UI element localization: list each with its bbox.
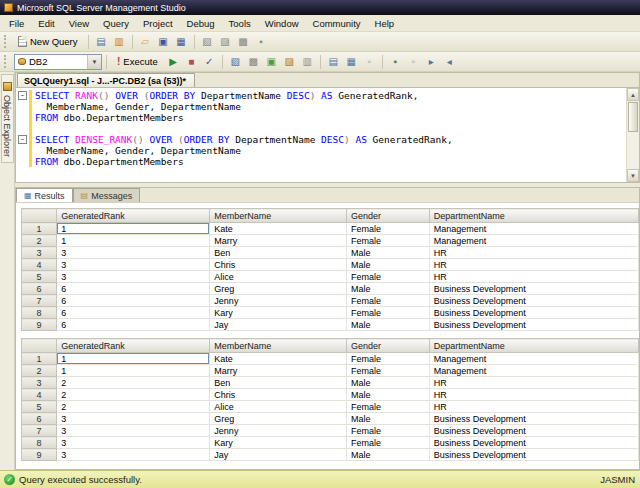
grid-cell[interactable]: Male (347, 283, 430, 295)
grid-cell[interactable]: 6 (57, 307, 210, 319)
select-all-corner[interactable] (22, 339, 57, 353)
grid-cell[interactable]: Business Development (429, 425, 638, 437)
menu-item-view[interactable]: View (62, 16, 96, 31)
select-all-corner[interactable] (22, 209, 57, 223)
indent-icon[interactable]: ▸ (423, 54, 440, 70)
code-line[interactable]: FROM dbo.DepartmentMembers (16, 112, 626, 123)
grid-cell[interactable]: Male (347, 259, 430, 271)
menu-item-project[interactable]: Project (136, 16, 180, 31)
code-line[interactable] (16, 123, 626, 134)
scroll-up-icon[interactable]: ▲ (627, 88, 639, 101)
grid-cell[interactable]: 3 (57, 425, 210, 437)
comment-selection-icon[interactable]: ▪ (387, 54, 404, 70)
grid-cell[interactable]: 6 (57, 283, 210, 295)
outdent-icon[interactable]: ◂ (441, 54, 458, 70)
grid-cell[interactable]: Male (347, 247, 430, 259)
grid-cell[interactable]: Alice (210, 271, 347, 283)
grid-cell[interactable]: Kate (210, 353, 347, 365)
database-combobox[interactable]: DB2 ▼ (14, 54, 102, 70)
row-header[interactable]: 5 (22, 271, 57, 283)
grid-cell[interactable]: 1 (57, 365, 210, 377)
grid-cell[interactable]: Male (347, 389, 430, 401)
query-options-icon[interactable]: ▩ (245, 54, 262, 70)
row-header[interactable]: 1 (22, 353, 57, 365)
grid-cell[interactable]: 1 (57, 353, 210, 365)
row-header[interactable]: 8 (22, 437, 57, 449)
scrollbar-track[interactable] (627, 101, 639, 169)
grid-cell[interactable]: 2 (57, 389, 210, 401)
collapse-toggle[interactable]: - (16, 90, 29, 101)
chevron-down-icon[interactable]: ▼ (87, 55, 101, 69)
grid-cell[interactable]: Jenny (210, 295, 347, 307)
grid-cell[interactable]: Alice (210, 401, 347, 413)
grid-cell[interactable]: Management (429, 223, 638, 235)
code-line[interactable]: -SELECT DENSE_RANK() OVER (ORDER BY Depa… (16, 134, 626, 145)
row-header[interactable]: 7 (22, 295, 57, 307)
scrollbar-thumb[interactable] (628, 102, 638, 132)
menu-item-community[interactable]: Community (306, 16, 368, 31)
object-explorer-tab[interactable]: Object Explorer (1, 74, 14, 163)
grid-cell[interactable]: Chris (210, 259, 347, 271)
analysis-services-query-icon[interactable]: ▥ (111, 34, 128, 50)
column-header-membername[interactable]: MemberName (210, 339, 347, 353)
grid-cell[interactable]: Business Development (429, 295, 638, 307)
grid-cell[interactable]: Jenny (210, 425, 347, 437)
grid-cell[interactable]: Female (347, 235, 430, 247)
column-header-gender[interactable]: Gender (347, 339, 430, 353)
row-header[interactable]: 4 (22, 389, 57, 401)
code-line[interactable]: -SELECT RANK() OVER (ORDER BY Department… (16, 90, 626, 101)
code-line[interactable]: MemberName, Gender, DepartmentName (16, 145, 626, 156)
grid-cell[interactable]: Ben (210, 377, 347, 389)
menu-item-help[interactable]: Help (368, 16, 402, 31)
row-header[interactable]: 8 (22, 307, 57, 319)
grid-cell[interactable]: Marry (210, 235, 347, 247)
grid-cell[interactable]: Female (347, 365, 430, 377)
properties-window-icon[interactable]: ▪ (253, 34, 270, 50)
grid-cell[interactable]: HR (429, 271, 638, 283)
grid-cell[interactable]: HR (429, 377, 638, 389)
grid-cell[interactable]: Business Development (429, 449, 638, 461)
grid-cell[interactable]: Chris (210, 389, 347, 401)
grid-cell[interactable]: Female (347, 271, 430, 283)
uncomment-selection-icon[interactable]: ▫ (405, 54, 422, 70)
grid-cell[interactable]: Business Development (429, 307, 638, 319)
row-header[interactable]: 1 (22, 223, 57, 235)
execute-button[interactable]: ! Execute (111, 54, 164, 69)
grid-cell[interactable]: 1 (57, 223, 210, 235)
grid-cell[interactable]: Ben (210, 247, 347, 259)
menu-item-query[interactable]: Query (96, 16, 136, 31)
new-query-button[interactable]: New Query (12, 34, 84, 49)
grid-cell[interactable]: Male (347, 413, 430, 425)
code-editor[interactable]: -SELECT RANK() OVER (ORDER BY Department… (16, 88, 626, 182)
row-header[interactable]: 2 (22, 365, 57, 377)
intellisense-icon[interactable]: ▣ (263, 54, 280, 70)
row-header[interactable]: 4 (22, 259, 57, 271)
row-header[interactable]: 9 (22, 449, 57, 461)
grid-cell[interactable]: Marry (210, 365, 347, 377)
tab-results[interactable]: ▦ Results (16, 188, 73, 202)
save-all-icon[interactable]: ▦ (173, 34, 190, 50)
grid-cell[interactable]: Management (429, 235, 638, 247)
menu-item-tools[interactable]: Tools (222, 16, 258, 31)
grid-cell[interactable]: HR (429, 401, 638, 413)
registered-servers-icon[interactable]: ▧ (199, 34, 216, 50)
cancel-query-icon[interactable]: ■ (183, 54, 200, 70)
template-explorer-icon[interactable]: ▩ (235, 34, 252, 50)
grid-cell[interactable]: Business Development (429, 283, 638, 295)
object-explorer-panel-icon[interactable]: ▨ (217, 34, 234, 50)
grid-cell[interactable]: Jay (210, 319, 347, 331)
grid-cell[interactable]: Greg (210, 413, 347, 425)
grid-cell[interactable]: Kary (210, 307, 347, 319)
scroll-down-icon[interactable]: ▼ (627, 169, 639, 182)
collapse-minus-icon[interactable]: - (18, 135, 27, 144)
grid-cell[interactable]: Kate (210, 223, 347, 235)
grid-cell[interactable]: 6 (57, 295, 210, 307)
grid-cell[interactable]: 2 (57, 377, 210, 389)
row-header[interactable]: 3 (22, 377, 57, 389)
grid-cell[interactable]: Female (347, 307, 430, 319)
grid-cell[interactable]: Male (347, 319, 430, 331)
results-to-grid-icon[interactable]: ▦ (343, 54, 360, 70)
collapse-toggle[interactable]: - (16, 134, 29, 145)
row-header[interactable]: 9 (22, 319, 57, 331)
grid-cell[interactable]: Male (347, 449, 430, 461)
